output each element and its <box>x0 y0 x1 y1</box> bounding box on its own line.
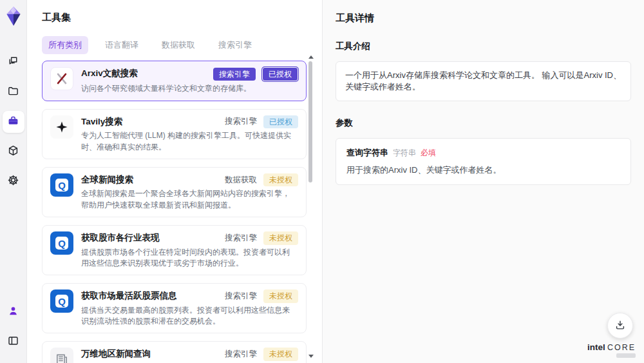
param-description: 用于搜索的Arxiv ID、关键字或作者姓名。 <box>346 164 620 176</box>
detail-title: 工具详情 <box>336 12 631 25</box>
tool-body: Tavily搜索 搜索引擎 已授权 专为人工智能代理 (LLM) 构建的搜索引擎… <box>81 115 298 153</box>
tab-language-translation[interactable]: 语言翻译 <box>99 36 145 54</box>
svg-text:Q: Q <box>58 297 66 308</box>
category-label: 搜索引擎 <box>225 291 257 302</box>
sparkle-icon <box>50 115 73 139</box>
tool-card-arxiv[interactable]: Arxiv文献搜索 搜索引擎 已授权 访问各个研究领域大量科学论文和文章的存储库… <box>42 61 307 101</box>
tab-search-engine[interactable]: 搜索引擎 <box>212 36 258 54</box>
sidebar-bottom <box>3 297 24 357</box>
tool-card-stock-sectors[interactable]: Q 获取股市各行业表现 搜索引擎 未授权 提供股票市场各个行业在特定时间段内的表… <box>42 225 307 275</box>
tool-name: Tavily搜索 <box>81 115 225 128</box>
tool-body: 全球新闻搜索 数据获取 未授权 全球新闻搜索是一个聚合全球各大新闻网站内容的搜索… <box>81 173 298 211</box>
sidebar-item-tools[interactable] <box>3 111 24 133</box>
download-icon <box>614 319 626 333</box>
tool-description: 全球新闻搜索是一个聚合全球各大新闻网站内容的搜索引擎，帮助用户快速获取全球最新资… <box>81 188 298 211</box>
list-scrollbar <box>308 55 314 358</box>
newspaper-icon <box>50 348 73 363</box>
category-badge: 搜索引擎 <box>213 68 256 81</box>
intro-heading: 工具介绍 <box>336 41 631 52</box>
sidebar-item-settings[interactable] <box>3 170 24 192</box>
app-logo-icon <box>4 5 23 27</box>
tab-all-categories[interactable]: 所有类别 <box>42 36 88 54</box>
tool-description: 提供当天交易量最高的股票列表。投资者可以利用这些信息来识别流动性强的股票和潜在的… <box>81 305 298 328</box>
scrollbar-thumb[interactable] <box>308 61 312 182</box>
auth-badge: 未授权 <box>263 231 298 244</box>
auth-badge: 未授权 <box>263 289 298 302</box>
scroll-down-arrow[interactable] <box>308 355 314 358</box>
sidebar-item-account[interactable] <box>3 301 24 323</box>
news-q-icon: Q <box>50 289 73 313</box>
category-label: 搜索引擎 <box>225 233 257 244</box>
parameter-card: 查询字符串 字符串 必填 用于搜索的Arxiv ID、关键字或作者姓名。 <box>336 138 631 185</box>
category-label: 搜索引擎 <box>225 116 257 127</box>
tool-body: 获取股市各行业表现 搜索引擎 未授权 提供股票市场各个行业在特定时间段内的表现。… <box>81 231 298 269</box>
news-q-icon: Q <box>50 173 73 197</box>
sidebar-item-collapse[interactable] <box>3 331 24 353</box>
auth-badge: 未授权 <box>263 173 298 186</box>
tool-body: 获取市场最活跃股票信息 搜索引擎 未授权 提供当天交易量最高的股票列表。投资者可… <box>81 289 298 327</box>
params-heading: 参数 <box>336 117 631 129</box>
tool-description: 提供股票市场各个行业在特定时间段内的表现。投资者可以利用这些信息来识别表现优于或… <box>81 247 298 270</box>
sidebar <box>0 0 27 363</box>
intel-ultra-badge <box>616 353 636 358</box>
page-title: 工具集 <box>42 12 322 24</box>
download-button[interactable] <box>607 313 633 338</box>
svg-text:Q: Q <box>58 238 66 249</box>
sidebar-item-files[interactable] <box>3 81 24 103</box>
tool-card-active-stocks[interactable]: Q 获取市场最活跃股票信息 搜索引擎 未授权 提供当天交易量最高的股票列表。投资… <box>42 283 307 333</box>
chat-icon <box>7 55 19 70</box>
arxiv-icon <box>50 67 73 90</box>
auth-badge: 未授权 <box>263 348 298 360</box>
intro-text: 一个用于从Arxiv存储库搜索科学论文和文章的工具。 输入可以是Arxiv ID… <box>336 61 631 101</box>
tool-card-regional-news[interactable]: 万维地区新闻查询 搜索引擎 未授权 查询具体行政区划内的新闻，快速了解各地新闻动… <box>42 341 307 363</box>
category-tabs: 所有类别 语言翻译 数据获取 搜索引擎 <box>42 36 322 54</box>
folder-icon <box>7 85 19 99</box>
toolbox-icon <box>7 115 19 129</box>
tool-card-list: Arxiv文献搜索 搜索引擎 已授权 访问各个研究领域大量科学论文和文章的存储库… <box>42 61 322 363</box>
tool-name: 万维地区新闻查询 <box>81 348 225 360</box>
tool-card-global-news[interactable]: Q 全球新闻搜索 数据获取 未授权 全球新闻搜索是一个聚合全球各大新闻网站内容的… <box>42 167 307 217</box>
tab-data-fetch[interactable]: 数据获取 <box>155 36 202 54</box>
category-label: 数据获取 <box>225 175 257 186</box>
brand-intel: intel <box>587 342 605 352</box>
panel-toggle-icon <box>7 335 19 349</box>
corner-actions: intel core <box>587 313 636 358</box>
tool-name: 获取股市各行业表现 <box>81 231 225 244</box>
param-name: 查询字符串 <box>346 147 388 159</box>
user-icon <box>7 305 19 319</box>
tool-list-panel: 工具集 所有类别 语言翻译 数据获取 搜索引擎 Arxiv文献搜索 <box>27 0 322 363</box>
svg-text:Q: Q <box>58 180 66 191</box>
sidebar-item-packages[interactable] <box>3 141 24 162</box>
auth-badge: 已授权 <box>262 67 298 81</box>
tool-description: 访问各个研究领域大量科学论文和文章的存储库。 <box>81 83 298 94</box>
param-type: 字符串 <box>393 148 416 159</box>
news-q-icon: Q <box>50 231 73 255</box>
sidebar-item-chat[interactable] <box>3 52 24 74</box>
tool-name: Arxiv文献搜索 <box>81 67 213 79</box>
scroll-up-arrow[interactable] <box>308 55 314 59</box>
tool-name: 获取市场最活跃股票信息 <box>81 289 225 302</box>
intel-core-logo: intel core <box>587 342 636 352</box>
category-label: 搜索引擎 <box>225 349 257 360</box>
tool-body: 万维地区新闻查询 搜索引擎 未授权 查询具体行政区划内的新闻，快速了解各地新闻动… <box>81 348 298 363</box>
brand-core: core <box>607 343 636 352</box>
tool-name: 全球新闻搜索 <box>81 173 225 186</box>
app-window: 工具集 所有类别 语言翻译 数据获取 搜索引擎 Arxiv文献搜索 <box>0 0 644 363</box>
auth-badge: 已授权 <box>263 115 298 128</box>
cube-icon <box>7 144 19 159</box>
param-required-badge: 必填 <box>421 148 436 159</box>
tool-card-tavily[interactable]: Tavily搜索 搜索引擎 已授权 专为人工智能代理 (LLM) 构建的搜索引擎… <box>42 109 307 159</box>
tool-body: Arxiv文献搜索 搜索引擎 已授权 访问各个研究领域大量科学论文和文章的存储库… <box>81 67 298 95</box>
gear-icon <box>7 174 19 188</box>
tool-detail-panel: 工具详情 工具介绍 一个用于从Arxiv存储库搜索科学论文和文章的工具。 输入可… <box>322 0 644 363</box>
tool-description: 专为人工智能代理 (LLM) 构建的搜索引擎工具。可快速提供实时、准确和真实的结… <box>81 130 298 153</box>
